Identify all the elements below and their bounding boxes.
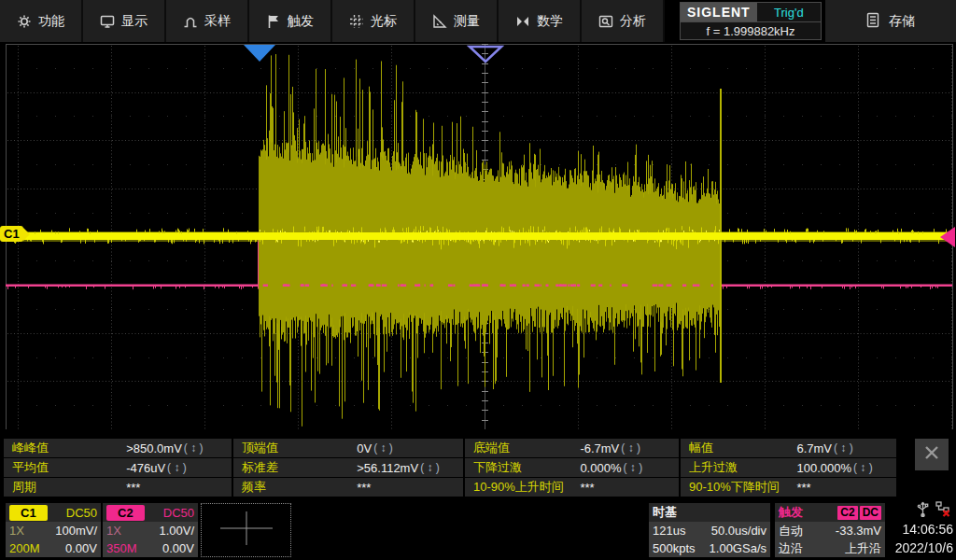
measurement-cell[interactable]: 平均值-476uV( ↕ ) bbox=[4, 458, 232, 477]
measurement-label: 顶端值 bbox=[242, 440, 357, 456]
measurement-label: 周期 bbox=[12, 479, 126, 496]
oscilloscope-screen: 功能 显示 采样 触发 光标 测量 数学 分析 bbox=[0, 0, 956, 560]
measurement-value: -6.7mV bbox=[580, 441, 619, 455]
measurement-cell[interactable]: 频率*** bbox=[233, 478, 463, 497]
trigger-status-badge: Trig'd bbox=[757, 3, 821, 21]
channel1-probe: 1X bbox=[9, 524, 24, 538]
frequency-counter-readout: f = 1.999882kHz bbox=[681, 22, 821, 39]
measurement-label: 下降过激 bbox=[473, 459, 580, 476]
display-icon bbox=[100, 14, 115, 29]
menu-item-label: 触发 bbox=[288, 13, 314, 30]
channel2-bandwidth: 350M bbox=[106, 541, 137, 555]
measurement-value: >56.112mV bbox=[357, 461, 418, 475]
measurement-cell[interactable]: 周期*** bbox=[4, 478, 232, 497]
trigger-level: -33.3mV bbox=[836, 524, 881, 538]
menu-item-storage[interactable]: 存储 bbox=[825, 0, 956, 42]
menu-item-analyze[interactable]: 分析 bbox=[582, 0, 665, 42]
channel1-scale: 100mV/ bbox=[55, 524, 97, 538]
measurement-cell[interactable]: 下降过激0.000%( ↕ ) bbox=[465, 458, 679, 477]
trigger-coupling-badge: DC bbox=[860, 506, 881, 520]
measurement-cell[interactable]: 幅值6.7mV( ↕ ) bbox=[681, 439, 896, 457]
timebase-samplerate: 1.00GSa/s bbox=[710, 541, 766, 555]
measurement-cell[interactable]: 峰峰值>850.0mV( ↕ ) bbox=[4, 439, 232, 457]
add-channel-placeholder[interactable] bbox=[201, 503, 291, 557]
menu-item-function[interactable]: 功能 bbox=[0, 0, 83, 42]
measurement-value: -476uV bbox=[126, 461, 165, 475]
cursor-grid-icon bbox=[349, 14, 364, 29]
menu-item-sampling[interactable]: 采样 bbox=[166, 0, 249, 42]
trigger-type: 边沿 bbox=[779, 540, 803, 557]
menu-item-measure[interactable]: 测量 bbox=[415, 0, 499, 42]
stat-toggle-icon: ( ↕ ) bbox=[167, 461, 187, 474]
stat-toggle-icon: ( ↕ ) bbox=[420, 461, 440, 474]
timebase-scale: 50.0us/div bbox=[711, 524, 766, 538]
measurement-cell[interactable]: 上升过激100.000%( ↕ ) bbox=[681, 458, 896, 477]
menu-item-cursor[interactable]: 光标 bbox=[332, 0, 415, 42]
measurement-cell[interactable]: 标准差>56.112mV( ↕ ) bbox=[233, 458, 463, 477]
stat-toggle-icon: ( ↕ ) bbox=[853, 461, 873, 474]
trigger-source-badge: C2 bbox=[837, 506, 857, 520]
trigger-box[interactable]: 触发 C2 DC 自动-33.3mV 边沿上升沿 bbox=[775, 503, 885, 557]
channel1-bandwidth: 200M bbox=[9, 541, 40, 555]
close-measurements-button[interactable] bbox=[915, 439, 949, 470]
timebase-box[interactable]: 时基 121us50.0us/div 500kpts1.00GSa/s bbox=[649, 503, 770, 557]
menu-item-math[interactable]: 数学 bbox=[499, 0, 582, 42]
channel1-box[interactable]: C1 DC50 1X100mV/ 200M0.00V bbox=[6, 503, 101, 557]
measurement-label: 标准差 bbox=[242, 459, 357, 476]
measurement-value: 0V bbox=[357, 441, 372, 455]
menu-item-label: 功能 bbox=[38, 13, 64, 30]
channel2-probe: 1X bbox=[106, 524, 121, 538]
menu-item-display[interactable]: 显示 bbox=[83, 0, 166, 42]
channel2-scale: 1.00V/ bbox=[159, 524, 194, 538]
channel2-coupling: DC50 bbox=[163, 506, 194, 520]
menu-item-label: 测量 bbox=[454, 13, 480, 30]
measurement-value: 6.7mV bbox=[796, 441, 832, 455]
menu-item-label: 分析 bbox=[620, 13, 646, 30]
measurement-value: 100.000% bbox=[796, 461, 851, 475]
channel2-badge[interactable]: C2 bbox=[106, 505, 145, 521]
stat-toggle-icon: ( ↕ ) bbox=[373, 441, 393, 455]
channel2-box[interactable]: C2 DC50 1X1.00V/ 350M0.00V bbox=[103, 503, 198, 557]
measurement-value: *** bbox=[580, 481, 594, 495]
measurement-label: 平均值 bbox=[12, 459, 126, 476]
measurement-cell[interactable]: 顶端值0V( ↕ ) bbox=[233, 439, 463, 457]
measurement-label: 频率 bbox=[242, 479, 357, 496]
menu-item-label: 数学 bbox=[537, 13, 563, 30]
menu-item-label: 存储 bbox=[889, 13, 915, 30]
waveform-canvas bbox=[0, 42, 956, 429]
close-icon bbox=[924, 445, 939, 464]
network-disconnected-icon[interactable] bbox=[935, 500, 951, 521]
menu-item-label: 采样 bbox=[204, 13, 231, 30]
timebase-memory: 500kpts bbox=[653, 541, 696, 555]
measurement-label: 上升过激 bbox=[689, 459, 796, 476]
timebase-delay: 121us bbox=[653, 524, 685, 538]
clock-date: 2022/10/6 bbox=[895, 539, 953, 557]
measurement-cell[interactable]: 90-10%下降时间*** bbox=[681, 478, 896, 497]
usb-icon[interactable] bbox=[917, 500, 929, 521]
timebase-title: 时基 bbox=[653, 504, 677, 521]
trigger-position-marker[interactable] bbox=[244, 45, 275, 62]
trigger-level-marker[interactable] bbox=[940, 227, 955, 247]
measurement-cell[interactable]: 底端值-6.7mV( ↕ ) bbox=[465, 439, 679, 457]
channel1-position-label[interactable]: C1 bbox=[0, 226, 23, 242]
trigger-title: 触发 bbox=[779, 504, 803, 521]
flag-icon bbox=[266, 14, 281, 29]
measurement-value: *** bbox=[796, 481, 810, 495]
stat-toggle-icon: ( ↕ ) bbox=[184, 441, 204, 455]
delay-reference-marker[interactable] bbox=[467, 45, 504, 64]
system-status-box: 14:06:56 2022/10/6 bbox=[883, 501, 956, 559]
channel1-offset: 0.00V bbox=[65, 541, 97, 555]
stat-toggle-icon: ( ↕ ) bbox=[623, 461, 642, 474]
measurement-label: 峰峰值 bbox=[12, 440, 126, 456]
menu-item-trigger[interactable]: 触发 bbox=[249, 0, 332, 42]
channel1-badge[interactable]: C1 bbox=[9, 505, 48, 521]
measurement-cell[interactable]: 10-90%上升时间*** bbox=[465, 478, 679, 497]
waveform-display[interactable]: C1 bbox=[0, 42, 956, 429]
measurement-value: *** bbox=[126, 481, 140, 495]
sampling-icon bbox=[183, 14, 198, 29]
analyze-icon bbox=[598, 14, 613, 29]
menu-item-label: 显示 bbox=[121, 13, 148, 30]
ruler-icon bbox=[432, 14, 447, 29]
channel1-coupling: DC50 bbox=[66, 506, 97, 520]
menu-bar: 功能 显示 采样 触发 光标 测量 数学 分析 bbox=[0, 0, 956, 42]
